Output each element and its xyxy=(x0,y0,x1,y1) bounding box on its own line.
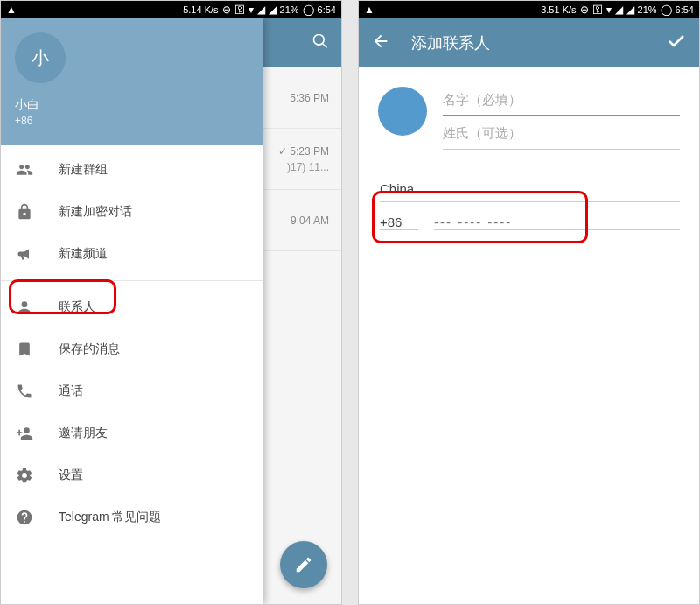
drawer-item-invite-friends[interactable]: 邀请朋友 xyxy=(1,412,263,454)
vpn-key-icon: ⚿ xyxy=(592,4,603,16)
signal-icon: ◢ xyxy=(626,4,634,16)
search-icon[interactable] xyxy=(312,32,329,54)
back-button[interactable] xyxy=(371,32,390,54)
drawer-item-label: 邀请朋友 xyxy=(59,426,108,441)
signal-icon: ◢ xyxy=(257,4,265,16)
drawer-item-new-secret-chat[interactable]: 新建加密对话 xyxy=(1,191,263,233)
drawer-item-new-group[interactable]: 新建群组 xyxy=(1,149,263,191)
drawer-item-label: 保存的消息 xyxy=(59,341,120,357)
signal-icon: ◢ xyxy=(615,4,623,16)
drawer-item-settings[interactable]: 设置 xyxy=(1,454,263,496)
group-icon xyxy=(15,160,34,179)
clock-text: 6:54 xyxy=(318,4,336,15)
drawer-item-calls[interactable]: 通话 xyxy=(1,370,263,412)
compose-fab[interactable] xyxy=(280,541,327,588)
drawer-item-contacts[interactable]: 联系人 xyxy=(1,286,263,328)
drawer-item-faq[interactable]: Telegram 常见问题 xyxy=(1,496,263,538)
drawer-item-label: 通话 xyxy=(59,383,83,399)
battery-text: 21% xyxy=(638,4,657,15)
drawer-item-new-channel[interactable]: 新建频道 xyxy=(1,233,263,275)
drawer-item-saved-messages[interactable]: 保存的消息 xyxy=(1,328,263,370)
avatar-letter: 小 xyxy=(32,46,49,70)
navigation-drawer: 小 小白 +86 新建群组 新建加密对话 新建频道 联系人 xyxy=(1,18,263,604)
user-name: 小白 xyxy=(15,97,249,113)
chat-time: 9:04 AM xyxy=(290,215,329,227)
drawer-header: 小 小白 +86 xyxy=(1,18,263,145)
checkmark-icon xyxy=(666,31,687,52)
add-contact-form: China xyxy=(359,67,699,246)
divider xyxy=(1,280,263,281)
chat-preview: )17) 11... xyxy=(287,161,329,173)
drawer-item-label: Telegram 常见问题 xyxy=(59,510,161,525)
drawer-item-label: 设置 xyxy=(59,468,83,483)
battery-icon: ◯ xyxy=(661,4,672,16)
battery-text: 21% xyxy=(280,4,299,15)
user-avatar[interactable]: 小 xyxy=(15,32,66,83)
confirm-button[interactable] xyxy=(666,31,687,55)
drawer-item-label: 新建频道 xyxy=(59,246,108,262)
vpn-key-icon: ⚿ xyxy=(234,4,245,16)
person-icon xyxy=(15,298,34,317)
warning-icon: ▲ xyxy=(6,4,17,16)
pencil-icon xyxy=(294,555,313,574)
statusbar-right: ▲ 3.51 K/s ⊖ ⚿ ▾ ◢ ◢ 21% ◯ 6:54 xyxy=(359,1,699,18)
lock-icon xyxy=(15,202,34,222)
network-speed: 5.14 K/s xyxy=(183,4,218,15)
last-name-input[interactable] xyxy=(443,116,680,150)
gear-icon xyxy=(15,466,34,485)
country-selector[interactable]: China xyxy=(380,181,680,196)
megaphone-icon xyxy=(15,244,34,264)
clock-text: 6:54 xyxy=(676,4,694,15)
chat-time: ✓ 5:23 PM xyxy=(278,145,329,158)
phone-number-input[interactable] xyxy=(434,215,680,230)
drawer-item-label: 联系人 xyxy=(59,299,95,315)
svg-point-0 xyxy=(314,34,325,45)
battery-icon: ◯ xyxy=(303,4,314,16)
contact-avatar-placeholder xyxy=(378,87,427,136)
chat-time: 5:36 PM xyxy=(290,92,329,104)
arrow-left-icon xyxy=(371,32,390,51)
user-phone: +86 xyxy=(15,115,249,127)
dnd-icon: ⊖ xyxy=(222,4,231,16)
signal-icon: ◢ xyxy=(269,4,276,16)
country-code-input[interactable] xyxy=(380,215,418,230)
appbar-title: 添加联系人 xyxy=(411,32,645,53)
first-name-input[interactable] xyxy=(443,83,680,116)
dnd-icon: ⊖ xyxy=(580,4,589,16)
bookmark-icon xyxy=(15,340,34,359)
svg-line-1 xyxy=(323,43,327,47)
drawer-item-label: 新建加密对话 xyxy=(59,204,132,220)
warning-icon: ▲ xyxy=(364,4,374,16)
appbar-add-contact: 添加联系人 xyxy=(359,18,699,67)
help-icon xyxy=(15,508,34,527)
phone-right-add-contact: ▲ 3.51 K/s ⊖ ⚿ ▾ ◢ ◢ 21% ◯ 6:54 添加联系人 xyxy=(358,0,700,605)
wifi-icon: ▾ xyxy=(606,4,612,16)
person-add-icon xyxy=(15,424,34,443)
drawer-item-label: 新建群组 xyxy=(59,162,108,178)
statusbar-left: ▲ 5.14 K/s ⊖ ⚿ ▾ ◢ ◢ 21% ◯ 6:54 xyxy=(1,1,341,18)
phone-left-drawer: ▲ 5.14 K/s ⊖ ⚿ ▾ ◢ ◢ 21% ◯ 6:54 5:36 PM … xyxy=(0,0,342,605)
drawer-items: 新建群组 新建加密对话 新建频道 联系人 保存的消息 通话 xyxy=(1,145,263,604)
phone-icon xyxy=(15,382,34,401)
network-speed: 3.51 K/s xyxy=(541,4,576,15)
wifi-icon: ▾ xyxy=(248,4,254,16)
